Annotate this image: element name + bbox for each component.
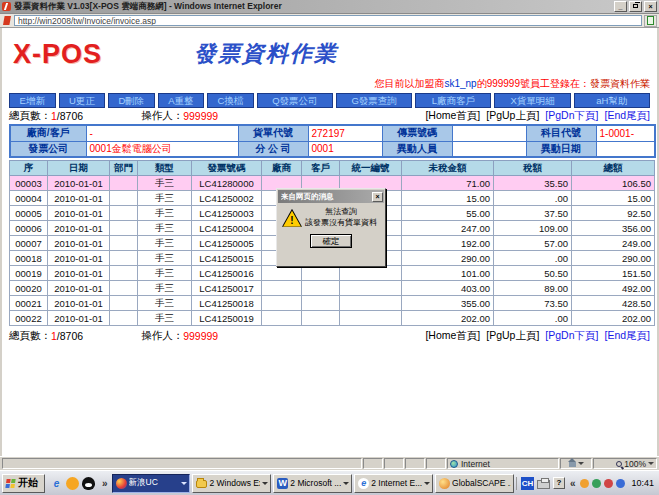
home-page-nav[interactable]: [Home首頁]	[425, 109, 480, 123]
pgdn-nav[interactable]: [PgDn下頁]	[545, 329, 598, 343]
messenger-tray-icon[interactable]	[604, 479, 613, 488]
lock-tray-icon[interactable]	[580, 479, 589, 488]
operator-id: 999999	[183, 110, 218, 122]
toolbar-button-6[interactable]: Q發票公司	[257, 93, 333, 108]
pgdn-nav[interactable]: [PgDn下頁]	[545, 109, 598, 123]
table-row[interactable]: 000212010-01-01手三LC41250018355.0073.5042…	[10, 296, 655, 311]
table-cell	[110, 176, 138, 191]
form-field[interactable]: 272197	[308, 125, 382, 141]
table-cell: 00018	[10, 251, 48, 266]
home-page-nav[interactable]: [Home首頁]	[425, 329, 480, 343]
table-cell	[110, 251, 138, 266]
dialog-message-line2: 該發票沒有貨單資料	[305, 218, 377, 227]
clock[interactable]: 10:41	[628, 478, 657, 488]
minimize-button[interactable]: _	[614, 1, 627, 12]
taskbar-task-button[interactable]: W2 Microsoft ...	[273, 474, 352, 493]
taskbar-task-button[interactable]: e2 Internet E...	[354, 474, 433, 493]
start-button[interactable]: 开始	[2, 474, 45, 493]
task-group-chevron-icon[interactable]	[181, 482, 187, 485]
table-cell: LC41250015	[192, 251, 262, 266]
form-field[interactable]	[596, 141, 655, 157]
url-input[interactable]: http://win2008/tw/Invoice/invoice.asp	[14, 15, 642, 26]
end-page-nav[interactable]: [End尾頁]	[604, 109, 650, 123]
form-field[interactable]	[452, 125, 526, 141]
chevron-down-icon	[578, 462, 584, 465]
task-group-chevron-icon[interactable]	[262, 482, 268, 485]
table-cell: 106.50	[572, 176, 655, 191]
form-label: 廠商/客戶	[10, 125, 86, 141]
toolbar-button-5[interactable]: C換檔	[207, 93, 254, 108]
toolbar-button-10[interactable]: aH幫助	[574, 93, 650, 108]
table-cell: 428.50	[572, 296, 655, 311]
word-icon: W	[277, 478, 288, 489]
task-buttons: 新浪UC2 Windows Ex...W2 Microsoft ...e2 In…	[112, 474, 514, 493]
column-header: 廠商	[262, 161, 302, 176]
toolbar-button-1[interactable]: E增新	[9, 93, 56, 108]
form-field[interactable]: 1-0001-	[596, 125, 655, 141]
taskbar-task-button[interactable]: 新浪UC	[112, 474, 191, 493]
quicklaunch-overflow-chevron[interactable]: »	[100, 478, 110, 489]
player-tray-icon[interactable]	[592, 479, 601, 488]
form-field[interactable]	[452, 141, 526, 157]
title-bar[interactable]: 發票資料作業 V1.03[X-POS 雲端商務網] - Windows Inte…	[0, 0, 659, 14]
task-group-chevron-icon[interactable]	[343, 482, 349, 485]
franchise-id: sk1_np	[444, 78, 476, 89]
dialog-close-button[interactable]: ×	[372, 192, 383, 202]
page-title: 發票資料作業	[194, 39, 338, 69]
xpos-logo: X-POS	[13, 39, 102, 70]
dialog-title-bar[interactable]: 来自网页的消息 ×	[278, 190, 384, 203]
table-cell: 00021	[10, 296, 48, 311]
column-header: 總額	[572, 161, 655, 176]
task-group-chevron-icon[interactable]	[424, 482, 430, 485]
qq-quicklaunch-icon[interactable]	[82, 477, 95, 490]
toolbar-button-9[interactable]: X貨單明細	[494, 93, 570, 108]
toolbar-button-7[interactable]: G發票查詢	[336, 93, 412, 108]
table-cell: 37.50	[494, 206, 572, 221]
protected-mode-panel[interactable]	[560, 458, 592, 469]
end-page-nav[interactable]: [End尾頁]	[604, 329, 650, 343]
tray-collapse-chevron[interactable]: «	[568, 478, 578, 489]
webpage-message-dialog: 来自网页的消息 × ! 無法查詢 該發票沒有貨單資料 確定	[276, 188, 386, 267]
help-tray-button[interactable]: ?	[553, 477, 565, 489]
status-panel-2	[384, 458, 404, 469]
pgup-nav[interactable]: [PgUp上頁]	[486, 329, 539, 343]
toolbar-button-3[interactable]: D刪除	[108, 93, 155, 108]
form-field[interactable]: -	[86, 125, 238, 141]
printer-tray-icon[interactable]	[537, 480, 550, 489]
language-indicator[interactable]: CH	[521, 477, 534, 490]
close-button[interactable]: ×	[644, 1, 657, 12]
start-label: 开始	[18, 476, 38, 490]
taskbar: 开始 e » 新浪UC2 Windows Ex...W2 Microsoft .…	[0, 470, 659, 495]
zoom-level: 100%	[624, 459, 646, 469]
table-row[interactable]: 000222010-01-01手三LC41250019202.00.00202.…	[10, 311, 655, 326]
table-cell: LC41250004	[192, 221, 262, 236]
messenger-quicklaunch-icon[interactable]	[66, 477, 79, 490]
security-zone-panel: Internet	[447, 458, 559, 469]
table-cell	[262, 281, 302, 296]
table-cell: 15.00	[572, 191, 655, 206]
taskbar-task-button[interactable]: 2 Windows Ex...	[192, 474, 271, 493]
windows-flag-icon	[5, 479, 15, 488]
form-field[interactable]: 0001金鬆電腦公司	[86, 141, 238, 157]
table-cell	[302, 311, 340, 326]
network-tray-icon[interactable]	[616, 479, 625, 488]
ie-quicklaunch-icon[interactable]: e	[50, 477, 63, 490]
table-row[interactable]: 000192010-01-01手三LC41250016101.0050.5015…	[10, 266, 655, 281]
taskbar-task-button[interactable]: GlobalSCAPE ...	[435, 474, 514, 493]
table-row[interactable]: 000202010-01-01手三LC41250017403.0089.0049…	[10, 281, 655, 296]
table-cell: 手三	[138, 176, 192, 191]
column-header: 發票號碼	[192, 161, 262, 176]
ok-button[interactable]: 確定	[310, 234, 352, 248]
status-bar: Internet 100%	[0, 456, 659, 470]
form-field[interactable]: 0001	[308, 141, 382, 157]
login-location-link[interactable]: 發票資料作業	[590, 78, 650, 89]
zoom-control[interactable]: 100%	[593, 458, 657, 469]
pgup-nav[interactable]: [PgUp上頁]	[486, 109, 539, 123]
toolbar-button-8[interactable]: L廠商客戶	[415, 93, 491, 108]
magnifier-icon	[616, 461, 622, 467]
toolbar-button-2[interactable]: U更正	[59, 93, 106, 108]
restore-button[interactable]	[629, 1, 642, 12]
toolbar-button-4[interactable]: A重整	[158, 93, 205, 108]
page-action-button[interactable]	[644, 15, 657, 27]
table-cell: .00	[494, 311, 572, 326]
